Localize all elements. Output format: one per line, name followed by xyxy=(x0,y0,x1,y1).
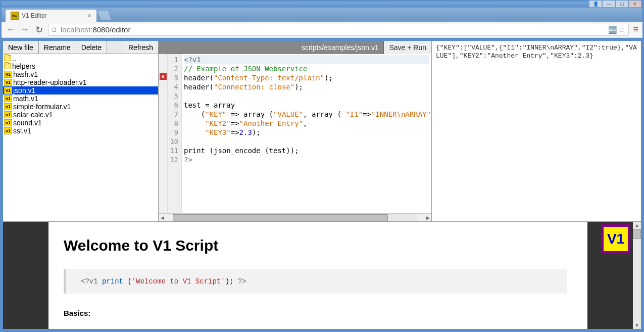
scroll-up-icon[interactable]: ▲ xyxy=(633,222,641,229)
delete-button[interactable]: Delete xyxy=(76,41,107,54)
forward-button[interactable]: → xyxy=(20,24,30,35)
file-panel: New file Rename Delete Refresh .. helper… xyxy=(3,41,159,221)
scroll-down-icon[interactable]: ▼ xyxy=(633,322,641,329)
new-file-button[interactable]: New file xyxy=(3,41,39,54)
file-item[interactable]: v1 ssl.v1 xyxy=(3,127,158,135)
v1-logo: V1 xyxy=(601,224,630,254)
file-item[interactable]: helpers xyxy=(3,62,158,70)
file-label: sound.v1 xyxy=(13,119,42,127)
v1-file-icon: v1 xyxy=(4,79,12,86)
doc-title: Welcome to V1 Script xyxy=(64,237,567,254)
minimize-button[interactable]: — xyxy=(602,1,615,8)
error-gutter: ✖ xyxy=(159,54,168,213)
output-panel: {"KEY":["VALUE",{"I1":"INNER\nARRAY","I2… xyxy=(432,41,641,221)
back-button[interactable]: ← xyxy=(6,24,16,35)
v1-file-icon: v1 xyxy=(4,127,12,134)
file-item[interactable]: v1 solar-calc.v1 xyxy=(3,111,158,119)
new-tab-button[interactable] xyxy=(98,11,112,20)
file-item[interactable]: v1 math.v1 xyxy=(3,94,158,103)
file-label: .. xyxy=(12,54,16,62)
scroll-left-icon[interactable]: ◀ xyxy=(159,214,166,221)
file-label: http-reader-uploader.v1 xyxy=(13,78,87,86)
file-item[interactable]: v1 hash.v1 xyxy=(3,70,158,78)
file-label: json.v1 xyxy=(13,86,35,94)
editor-toolbar: scripts/examples/json.v1 Save + Run xyxy=(159,41,431,54)
file-item[interactable]: v1 http-reader-uploader.v1 xyxy=(3,78,158,86)
doc-content[interactable]: Welcome to V1 Script <?v1 print ('Welcom… xyxy=(48,222,587,329)
tab-close-icon[interactable]: × xyxy=(87,12,91,20)
url-port: 8080 xyxy=(92,25,109,34)
v1-file-icon: v1 xyxy=(4,71,12,78)
editor-path: scripts/examples/json.v1 xyxy=(159,43,383,52)
rename-button[interactable]: Rename xyxy=(39,41,76,54)
doc-margin-right: V1 xyxy=(587,222,633,329)
file-label: simple-formular.v1 xyxy=(13,103,71,111)
close-button[interactable]: ✕ xyxy=(628,1,641,8)
file-item-parent[interactable]: .. xyxy=(3,54,158,62)
error-icon[interactable]: ✖ xyxy=(160,73,167,80)
v1-file-icon: v1 xyxy=(4,119,12,126)
scroll-right-icon[interactable]: ▶ xyxy=(424,214,431,221)
editor-panel: scripts/examples/json.v1 Save + Run ✖ 12… xyxy=(159,41,432,221)
user-button[interactable]: 👤 xyxy=(589,1,602,8)
favicon: ww xyxy=(11,12,19,20)
line-numbers: 123456789101112 xyxy=(168,54,182,213)
v1-file-icon: v1 xyxy=(4,95,12,102)
url-path: /editor xyxy=(110,25,131,34)
v1-file-icon: v1 xyxy=(4,111,12,118)
file-item[interactable]: v1 sound.v1 xyxy=(3,119,158,127)
bookmark-icon[interactable]: ☆ xyxy=(619,26,625,34)
save-run-button[interactable]: Save + Run xyxy=(383,41,431,54)
doc-basics-heading: Basics: xyxy=(64,309,567,317)
doc-margin-left xyxy=(3,222,48,329)
v1-file-icon: v1 xyxy=(4,87,12,94)
file-item-selected[interactable]: v1 json.v1 xyxy=(3,86,158,94)
v1-file-icon: v1 xyxy=(4,103,12,110)
doc-area: Welcome to V1 Script <?v1 print ('Welcom… xyxy=(3,222,641,329)
maximize-button[interactable]: ▢ xyxy=(615,1,628,8)
file-label: helpers xyxy=(12,62,35,70)
editor-scrollbar[interactable]: ◀ ▶ xyxy=(159,213,431,221)
file-label: math.v1 xyxy=(13,94,38,103)
reload-button[interactable]: ↻ xyxy=(34,24,44,35)
tab-strip: ww V1 Editor × xyxy=(2,8,642,22)
file-toolbar: New file Rename Delete Refresh xyxy=(3,41,158,54)
folder-icon xyxy=(4,63,11,69)
file-list: .. helpers v1 hash.v1 v1 http-reader-upl… xyxy=(3,54,158,221)
refresh-button[interactable]: Refresh xyxy=(123,41,158,54)
translate-icon[interactable]: 🔤 xyxy=(608,26,617,34)
nav-bar: ← → ↻ 🗋 localhost:8080/editor 🔤 ☆ ≡ xyxy=(2,22,642,38)
code-editor[interactable]: ✖ 123456789101112 <?v1// Example of JSON… xyxy=(159,54,431,213)
file-label: solar-calc.v1 xyxy=(13,111,53,119)
browser-tab[interactable]: ww V1 Editor × xyxy=(6,10,96,22)
tab-title: V1 Editor xyxy=(22,12,46,19)
file-label: hash.v1 xyxy=(13,70,38,78)
doc-scrollbar[interactable]: ▲ ▼ xyxy=(633,222,641,329)
code-content[interactable]: <?v1// Example of JSON Webserviceheader(… xyxy=(182,54,431,213)
doc-code-block: <?v1 print ('Welcome to V1 Script'); ?> xyxy=(64,269,567,294)
url-host: localhost: xyxy=(61,25,92,34)
page-icon: 🗋 xyxy=(52,26,58,33)
url-bar[interactable]: 🗋 localhost:8080/editor 🔤 ☆ xyxy=(48,24,629,36)
folder-icon xyxy=(4,55,11,61)
file-label: ssl.v1 xyxy=(13,127,31,135)
window-titlebar: 👤 — ▢ ✕ xyxy=(2,2,642,8)
file-item[interactable]: v1 simple-formular.v1 xyxy=(3,103,158,111)
menu-button[interactable]: ≡ xyxy=(633,24,638,35)
